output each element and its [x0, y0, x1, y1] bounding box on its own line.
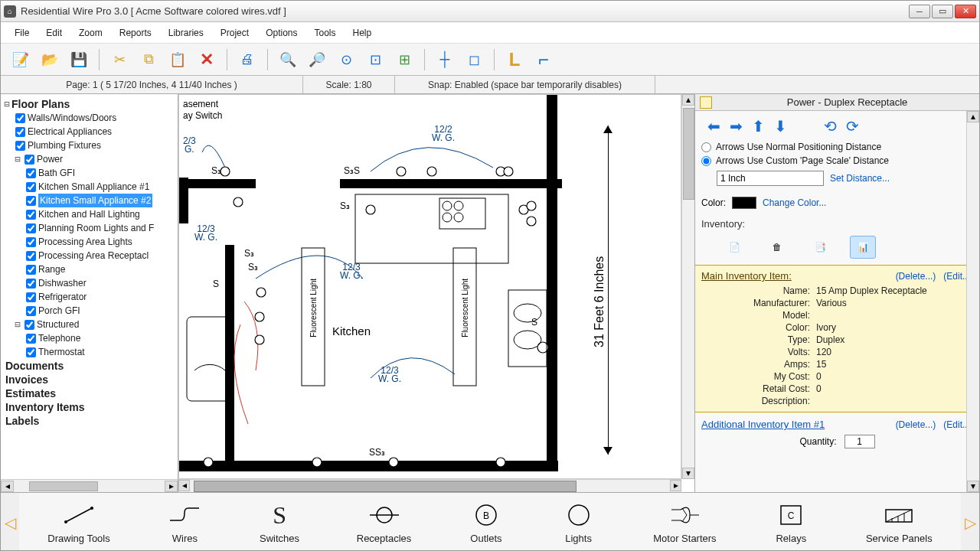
inventory-delete-link[interactable]: (Delete...) — [896, 271, 936, 282]
maximize-button[interactable]: ▭ — [932, 5, 953, 18]
tree-item[interactable]: Bath GFI — [38, 166, 75, 180]
tree-root[interactable]: Floor Plans — [11, 97, 70, 111]
canvas-vscroll[interactable]: ▴ ▾ — [681, 94, 694, 479]
tree-item[interactable]: Kitchen Small Appliance #1 — [38, 180, 149, 194]
tree-item[interactable]: Walls/Windows/Doors — [28, 111, 116, 125]
zoom-in-icon[interactable]: 🔍 — [274, 47, 302, 73]
minimize-button[interactable]: ─ — [909, 5, 930, 18]
rotate-left-icon[interactable]: L — [501, 47, 528, 73]
tree-item[interactable]: Processing Area Receptacl — [38, 249, 149, 262]
inv-add-icon[interactable]: 📄 — [721, 236, 747, 259]
open-icon[interactable]: 📂 — [36, 47, 64, 73]
tree-item[interactable]: Kitchen and Hall Lighting — [38, 207, 140, 221]
tree-item[interactable]: Range — [38, 262, 65, 276]
palette-prev[interactable]: ◁ — [1, 493, 19, 551]
inv-down-icon[interactable]: 📊 — [850, 236, 876, 259]
menu-file[interactable]: File — [7, 25, 37, 41]
palette-service-panels[interactable]: Service Panels — [860, 497, 939, 547]
arrow-right-icon[interactable]: ➡ — [730, 117, 743, 135]
tree-item-selected[interactable]: Kitchen Small Appliance #2 — [38, 194, 152, 207]
additional-delete-link[interactable]: (Delete...) — [896, 419, 936, 430]
tree-labels[interactable]: Labels — [2, 414, 176, 428]
layer-checkbox[interactable] — [26, 347, 36, 357]
menu-help[interactable]: Help — [345, 25, 380, 41]
layer-checkbox[interactable] — [26, 182, 36, 192]
tree-item[interactable]: Dishwasher — [38, 276, 87, 290]
layer-checkbox[interactable] — [26, 334, 36, 344]
menu-zoom[interactable]: Zoom — [71, 25, 110, 41]
new-icon[interactable]: 📝 — [7, 47, 34, 73]
layer-checkbox[interactable] — [15, 113, 25, 123]
inv-up-icon[interactable]: 📑 — [807, 236, 833, 259]
arrow-left-icon[interactable]: ⬅ — [707, 117, 720, 135]
paste-icon[interactable]: 📋 — [164, 47, 191, 73]
tree-toggle[interactable]: ⊟ — [13, 318, 22, 331]
layer-checkbox[interactable] — [26, 196, 36, 206]
save-icon[interactable]: 💾 — [65, 47, 93, 73]
layer-checkbox[interactable] — [26, 292, 36, 302]
rotate-right-icon[interactable]: ⌐ — [530, 47, 557, 73]
drawing-canvas[interactable]: 31 Feet 6 Inches Kitchen Fluorescent Lig… — [178, 94, 694, 492]
tree-item[interactable]: Refrigerator — [38, 290, 87, 304]
layer-checkbox[interactable] — [26, 265, 36, 275]
tree-inventory[interactable]: Inventory Items — [2, 400, 176, 414]
tree-toggle[interactable]: ⊟ — [2, 97, 11, 111]
palette-next[interactable]: ▷ — [961, 493, 979, 551]
radio-normal-distance[interactable] — [701, 142, 711, 152]
tree-item[interactable]: Porch GFI — [38, 304, 80, 318]
tree-documents[interactable]: Documents — [2, 359, 176, 373]
snap-grid-icon[interactable]: ┼ — [431, 47, 459, 73]
zoom-window-icon[interactable]: ⊡ — [361, 47, 389, 73]
layer-checkbox[interactable] — [26, 210, 36, 220]
arrow-up-icon[interactable]: ⬆ — [752, 117, 765, 135]
menu-edit[interactable]: Edit — [38, 25, 70, 41]
layer-checkbox[interactable] — [26, 168, 36, 178]
tree-item[interactable]: Planning Room Lights and F — [38, 221, 154, 235]
rotate-ccw-icon[interactable]: ⟲ — [824, 117, 837, 135]
palette-receptacles[interactable]: Receptacles — [351, 497, 418, 547]
palette-drawing-tools[interactable]: Drawing Tools — [41, 497, 116, 547]
rotate-cw-icon[interactable]: ⟳ — [846, 117, 859, 135]
menu-libraries[interactable]: Libraries — [161, 25, 211, 41]
layer-checkbox[interactable] — [26, 279, 36, 289]
print-icon[interactable]: 🖨 — [234, 47, 261, 73]
quantity-input[interactable] — [844, 435, 875, 448]
tree-estimates[interactable]: Estimates — [2, 386, 176, 400]
layer-checkbox[interactable] — [15, 141, 25, 151]
radio-custom-distance[interactable] — [701, 156, 711, 166]
palette-lights[interactable]: Lights — [555, 497, 603, 547]
menu-options[interactable]: Options — [258, 25, 305, 41]
tree-item-structured[interactable]: Structured — [37, 318, 79, 331]
layer-checkbox[interactable] — [26, 223, 36, 233]
layer-checkbox[interactable] — [15, 127, 25, 137]
properties-vscroll[interactable]: ▴ ▾ — [966, 111, 979, 492]
tree-item[interactable]: Processing Area Lights — [38, 235, 132, 249]
layer-checkbox[interactable] — [26, 306, 36, 316]
tree-invoices[interactable]: Invoices — [2, 373, 176, 386]
palette-outlets[interactable]: B Outlets — [462, 497, 510, 547]
arrow-down-icon[interactable]: ⬇ — [774, 117, 787, 135]
tree-item-power[interactable]: Power — [37, 152, 63, 166]
layer-checkbox[interactable] — [24, 155, 34, 165]
palette-motor-starters[interactable]: Motor Starters — [647, 497, 722, 547]
zoom-fit-icon[interactable]: ⊙ — [332, 47, 360, 73]
menu-reports[interactable]: Reports — [112, 25, 159, 41]
menu-project[interactable]: Project — [213, 25, 256, 41]
tree-item[interactable]: Plumbing Fixtures — [28, 139, 101, 152]
additional-inventory-link[interactable]: Additional Inventory Item #1 — [701, 419, 825, 430]
palette-switches[interactable]: S Switches — [253, 497, 305, 547]
distance-input[interactable] — [717, 171, 824, 186]
zoom-out-icon[interactable]: 🔎 — [303, 47, 331, 73]
tree-item[interactable]: Thermostat — [38, 345, 85, 359]
tree-toggle[interactable]: ⊟ — [13, 152, 22, 166]
zoom-extents-icon[interactable]: ⊞ — [390, 47, 418, 73]
layer-checkbox[interactable] — [26, 251, 36, 261]
canvas-hscroll[interactable]: ◂ ▸ — [178, 479, 681, 492]
snap-object-icon[interactable]: ◻ — [460, 47, 488, 73]
palette-wires[interactable]: Wires — [161, 497, 208, 547]
close-button[interactable]: ✕ — [955, 5, 976, 18]
cut-icon[interactable]: ✂ — [106, 47, 133, 73]
set-distance-link[interactable]: Set Distance... — [830, 173, 890, 184]
delete-icon[interactable]: ✕ — [193, 47, 220, 73]
menu-tools[interactable]: Tools — [307, 25, 344, 41]
